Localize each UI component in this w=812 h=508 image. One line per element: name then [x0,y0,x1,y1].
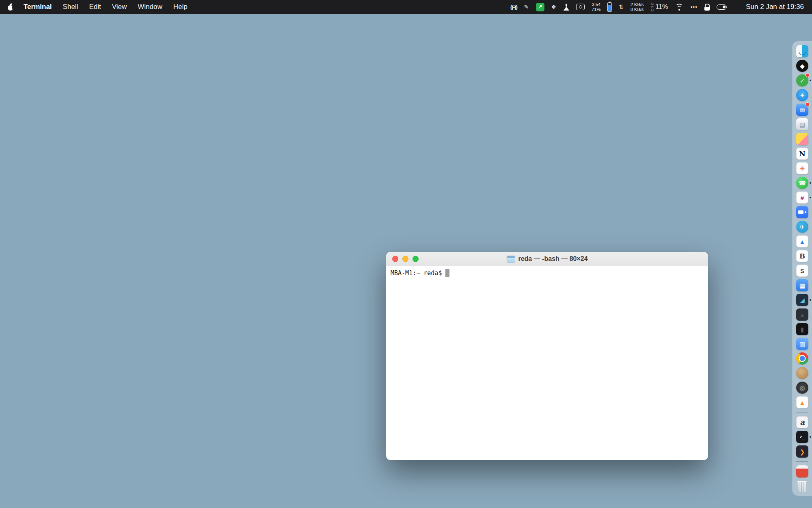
dock-item-dark-triangle[interactable]: ◢ [796,294,808,306]
dock-item-dark-terminal[interactable]: >_ [796,431,808,443]
zoom-button[interactable] [412,256,419,262]
letter-s-icon: S [800,268,804,274]
running-indicator [810,182,811,184]
menu-bar-clock[interactable]: Sun 2 Jan at 19:36 [746,3,804,11]
dock-item-stickies[interactable] [796,133,808,145]
dock-item-vlc[interactable]: ▲ [796,396,808,408]
black-square-icon: ▮ [801,326,804,332]
menu-bar-left: Terminal ShellEditViewWindowHelp [7,3,188,11]
dock-item-notion[interactable]: N [796,148,808,160]
active-app-name[interactable]: Terminal [24,3,52,11]
hash-icon: # [801,195,804,201]
battery-percent: 71% [592,7,600,12]
cpu-percent: 11% [655,3,668,11]
window-titlebar[interactable]: reda — -bash — 80×24 [386,252,708,266]
notification-badge [806,73,810,77]
blue-triangle-icon: ▲ [799,239,806,245]
chevron-prompt-icon: ❯ [800,449,805,455]
lock-icon[interactable] [704,4,710,11]
running-indicator [810,299,811,301]
green-check-icon: ✓ [800,78,805,84]
cpu-monitor[interactable]: CPU 11% [650,2,668,12]
dock-item-red-app[interactable] [796,465,808,478]
running-indicator [810,197,811,198]
dock-item-whatsapp[interactable]: ☎ [796,177,808,189]
menu-bar-menus: ShellEditViewWindowHelp [63,3,188,11]
dock-separator [796,461,808,462]
broadcast-icon[interactable]: ((•)) [510,4,517,10]
terminal-prompt: MBA-M1:~ reda$ [391,269,442,277]
menu-view[interactable]: View [112,3,127,11]
dock-item-telegram[interactable]: ✈ [796,221,808,233]
dock-item-finder[interactable] [796,45,808,57]
dock-item-font-app[interactable]: a [796,416,808,428]
dock-item-gray-app[interactable]: ▤ [796,118,808,130]
phone-icon: ☎ [799,180,806,186]
battery-stats[interactable]: 3:54 71% [592,2,600,12]
network-speeds[interactable]: 2 KB/s 0 KB/s [631,2,644,12]
apple-logo-icon[interactable] [7,4,13,11]
more-menu-icon[interactable]: ••• [691,4,698,10]
window-title: reda — -bash — 80×24 [518,255,587,263]
dock-item-mail[interactable]: ✉ [796,104,808,116]
grid-icon: ▦ [799,282,805,289]
minimize-button[interactable] [402,256,408,262]
prompt-line: MBA-M1:~ reda$ [391,269,704,277]
dock-item-triangle-app[interactable]: ▲ [796,235,808,247]
pencil-icon[interactable]: ✎ [524,4,529,10]
dock-item-safari[interactable]: ✦ [796,89,808,101]
dock-item-trash[interactable] [796,480,808,492]
terminal-content[interactable]: MBA-M1:~ reda$ [386,266,708,460]
wifi-icon[interactable] [675,4,684,11]
dock-item-warp[interactable]: ❯ [796,445,808,458]
terminal-proxy-icon[interactable] [506,256,515,263]
dock-item-lens-app[interactable]: ◎ [796,382,808,394]
cpu-label: CPU [650,2,654,12]
tray-icon: ▤ [799,122,805,128]
asterisk-icon: ✳ [800,165,805,172]
menu-bar: Terminal ShellEditViewWindowHelp ((•)) ✎… [0,0,812,14]
dock-item-green-app[interactable]: ✓ [796,74,808,87]
close-button[interactable] [392,256,398,262]
compass-icon: ✦ [800,92,805,98]
battery-fill [608,5,611,11]
dock-item-asterisk-app[interactable]: ✳ [796,162,808,174]
dock-item-black-app[interactable]: ▮ [796,323,808,335]
diamond-icon: ◆ [800,63,805,69]
menu-shell[interactable]: Shell [63,3,78,11]
letter-n-icon: N [799,150,806,157]
dock-item-diamond-app[interactable]: ◆ [796,60,808,72]
dark-triangle-icon: ◢ [800,297,805,303]
dock-item-chrome[interactable] [796,352,808,365]
battery-icon[interactable] [607,2,612,12]
letter-b-icon: B [799,253,805,260]
dock-item-bear[interactable]: B [796,250,808,262]
export-arrow-icon: ↗ [538,4,542,10]
dock-item-s-app[interactable]: S [796,265,808,277]
menu-edit[interactable]: Edit [89,3,101,11]
paper-plane-icon: ✈ [800,224,805,230]
battery-time: 3:54 [592,2,600,7]
running-indicator [810,436,811,438]
dock-item-zoom[interactable] [796,206,808,218]
net-down-speed: 0 KB/s [631,7,644,12]
dock-item-slack[interactable]: # [796,191,808,204]
flask-icon[interactable] [563,4,569,11]
dock-item-grid-app[interactable]: ▦ [796,279,808,291]
traffic-lights [392,256,419,262]
menu-help[interactable]: Help [173,3,188,11]
dock: ◆ ✓ ✦ ✉ ▤ N ✳ [793,41,812,496]
menu-window[interactable]: Window [138,3,162,11]
network-arrows-icon[interactable]: ⇅ [619,4,624,10]
camera-widget-icon[interactable] [576,4,585,10]
toggle-switch-icon[interactable] [717,4,727,10]
dropbox-icon[interactable]: ❖ [551,4,557,10]
desktop: { "colors": { "desktop": "#8aa8bc", "men… [0,0,812,508]
export-icon[interactable]: ↗ [536,3,544,11]
camera-lens-icon: ◎ [799,385,805,391]
dock-item-lines-app[interactable]: ≡ [796,308,808,321]
dock-item-tan-app[interactable] [796,367,808,379]
traffic-cone-icon: ▲ [799,399,806,406]
dock-item-columns-app[interactable]: ▥ [796,338,808,350]
terminal-window-icon: >_ [800,435,805,439]
